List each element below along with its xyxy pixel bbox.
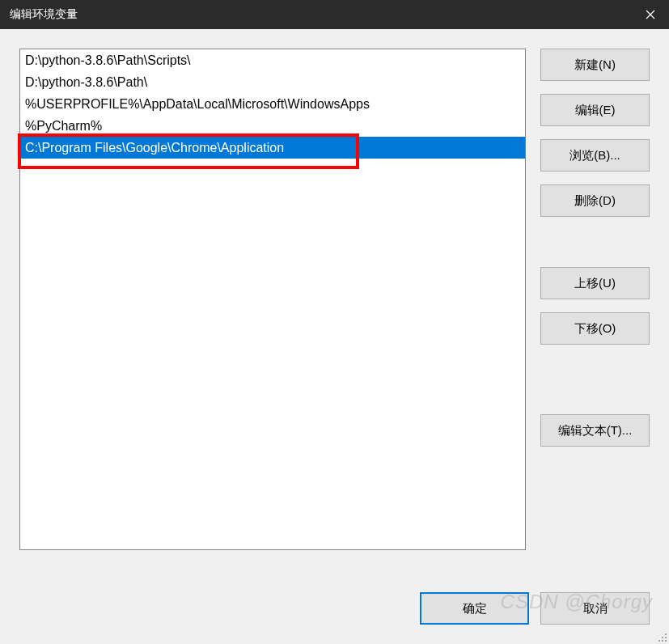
- content-area: D:\python-3.8.6\Path\Scripts\D:\python-3…: [0, 29, 669, 592]
- edit-button[interactable]: 编辑(E): [540, 94, 650, 126]
- browse-button[interactable]: 浏览(B)...: [540, 139, 650, 172]
- delete-button[interactable]: 删除(D): [540, 184, 650, 217]
- close-icon: [646, 10, 655, 19]
- list-item[interactable]: C:\Program Files\Google\Chrome\Applicati…: [20, 137, 525, 159]
- button-panel: 新建(N) 编辑(E) 浏览(B)... 删除(D) 上移(U) 下移(O) 编…: [540, 49, 650, 573]
- movedown-button[interactable]: 下移(O): [540, 312, 650, 345]
- spacer: [540, 358, 650, 401]
- moveup-button[interactable]: 上移(U): [540, 267, 650, 299]
- list-item[interactable]: D:\python-3.8.6\Path\Scripts\: [20, 49, 525, 71]
- footer: 确定 取消: [0, 592, 669, 644]
- list-item[interactable]: %PyCharm%: [20, 115, 525, 137]
- close-button[interactable]: [632, 0, 669, 29]
- spacer: [540, 230, 650, 254]
- edittext-button[interactable]: 编辑文本(T)...: [540, 414, 650, 447]
- titlebar: 编辑环境变量: [0, 0, 669, 29]
- env-var-dialog: 编辑环境变量 D:\python-3.8.6\Path\Scripts\D:\p…: [0, 0, 669, 644]
- titlebar-title: 编辑环境变量: [10, 7, 632, 22]
- path-list[interactable]: D:\python-3.8.6\Path\Scripts\D:\python-3…: [19, 49, 526, 550]
- list-panel: D:\python-3.8.6\Path\Scripts\D:\python-3…: [19, 49, 526, 573]
- ok-button[interactable]: 确定: [420, 592, 529, 625]
- new-button[interactable]: 新建(N): [540, 49, 650, 81]
- list-item[interactable]: D:\python-3.8.6\Path\: [20, 71, 525, 93]
- list-item[interactable]: %USERPROFILE%\AppData\Local\Microsoft\Wi…: [20, 93, 525, 115]
- cancel-button[interactable]: 取消: [540, 592, 650, 625]
